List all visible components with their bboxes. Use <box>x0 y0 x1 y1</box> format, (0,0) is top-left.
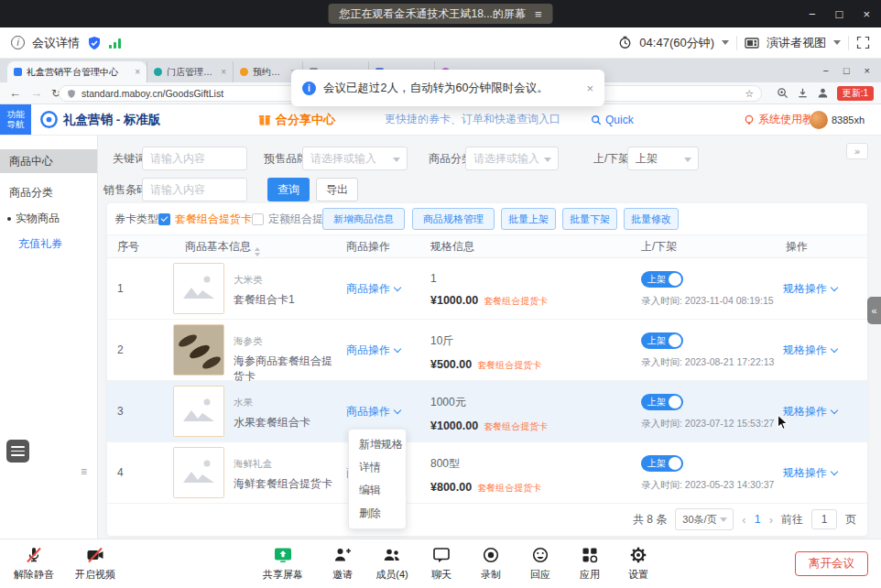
back-icon[interactable]: ← <box>9 86 21 100</box>
meeting-panel-toggle[interactable] <box>6 440 29 463</box>
zoom-icon[interactable] <box>777 87 789 99</box>
watching-banner-text: 您正在观看金禾通技术王斌18...的屏幕 <box>340 6 526 22</box>
record-button[interactable]: 录制 <box>463 546 518 582</box>
current-page[interactable]: 1 <box>755 513 761 526</box>
sidebar-section-goods-center[interactable]: 商品中心 <box>0 149 97 173</box>
view-mode-button[interactable]: 演讲者视图 <box>767 35 826 51</box>
keyword-input[interactable] <box>142 147 247 170</box>
browser-close-icon[interactable]: × <box>865 65 870 76</box>
goto-page-input[interactable] <box>811 509 837 529</box>
members-icon <box>382 546 402 564</box>
share-center-link[interactable]: 合分享中心 <box>258 104 335 135</box>
toggle-knob <box>669 334 681 347</box>
page-size-select[interactable]: 30条/页 <box>675 508 734 530</box>
reactions-button[interactable]: 回应 <box>513 546 568 582</box>
username[interactable]: 8385xh <box>832 104 865 135</box>
spec-op-dropdown[interactable]: 规格操作 <box>783 320 837 381</box>
shelf-select[interactable]: 上架 <box>627 147 699 170</box>
toast-close-icon[interactable]: × <box>586 82 593 95</box>
settings-button[interactable]: 设置 <box>611 546 666 582</box>
shelf-toggle[interactable]: 上架 <box>641 394 683 410</box>
collapse-filters-button[interactable]: » <box>846 143 868 159</box>
timer-dropdown-icon[interactable] <box>722 40 729 49</box>
close-icon[interactable]: × <box>863 7 870 21</box>
product-op-dropdown[interactable]: 商品操作 <box>346 320 400 381</box>
meeting-details-button[interactable]: 会议详情 <box>32 35 80 51</box>
menu-item-edit[interactable]: 编辑 <box>349 479 406 502</box>
sidebar-grip-icon[interactable]: ≡ <box>81 465 87 478</box>
download-icon[interactable] <box>797 87 809 99</box>
members-button[interactable]: 成员(4) <box>364 546 419 582</box>
search-button[interactable]: 查询 <box>267 178 310 201</box>
export-button[interactable]: 导出 <box>316 178 358 201</box>
quick-search-link[interactable]: Quick <box>591 104 634 135</box>
banner-menu-icon[interactable]: ≡ <box>535 7 542 21</box>
tab-close-icon[interactable]: × <box>221 67 226 77</box>
next-page-icon[interactable]: › <box>769 513 773 527</box>
browser-minimize-icon[interactable]: − <box>822 65 828 76</box>
right-collapse-handle[interactable]: « <box>867 297 881 324</box>
tab-close-icon[interactable]: × <box>135 67 140 77</box>
bookmark-star-icon[interactable]: ☆ <box>745 88 754 100</box>
camera-off-icon <box>85 546 105 564</box>
browser-tab[interactable]: 门店管理中心 × <box>147 61 233 82</box>
fullscreen-icon[interactable] <box>856 36 870 49</box>
batch-off-shelf-button[interactable]: 批量下架 <box>562 208 617 230</box>
browser-maximize-icon[interactable]: □ <box>843 65 850 76</box>
combo-card-checkbox[interactable] <box>158 213 170 225</box>
user-avatar[interactable] <box>810 111 828 129</box>
shelf-toggle[interactable]: 上架 <box>641 332 683 349</box>
meeting-timer[interactable]: 04:47(60分钟) <box>639 35 714 51</box>
minimize-icon[interactable]: − <box>809 7 816 21</box>
divider <box>736 36 737 50</box>
add-goods-button[interactable]: 新增商品信息 <box>322 208 405 230</box>
sidebar-item-goods-category[interactable]: 商品分类 <box>0 180 97 205</box>
security-shield-icon[interactable] <box>87 36 102 50</box>
sort-icon[interactable] <box>255 245 260 259</box>
batch-on-shelf-button[interactable]: 批量上架 <box>501 208 556 230</box>
shelf-toggle[interactable]: 上架 <box>641 455 683 472</box>
invite-button[interactable]: 邀请 <box>315 546 370 582</box>
chat-button[interactable]: 聊天 <box>414 546 469 582</box>
menu-item-delete[interactable]: 删除 <box>349 502 406 525</box>
view-dropdown-icon[interactable] <box>833 40 841 49</box>
leave-meeting-button[interactable]: 离开会议 <box>795 551 868 576</box>
sidebar-item-recharge-voucher[interactable]: 充值礼券 <box>0 231 97 256</box>
box-icon <box>258 114 271 126</box>
th-info[interactable]: 商品基本信息 <box>185 235 260 258</box>
toast-text: 会议已超过2人，自动转为60分钟限时会议。 <box>323 81 549 96</box>
function-nav-button[interactable]: 功能 导航 <box>0 104 31 135</box>
spec-manage-button[interactable]: 商品规格管理 <box>412 208 495 230</box>
browser-tab[interactable]: 礼盒营销平台管理中心 × <box>7 61 147 82</box>
batch-edit-button[interactable]: 批量修改 <box>624 208 679 230</box>
share-screen-button[interactable]: 共享屏幕 <box>256 546 310 582</box>
divider <box>848 36 849 50</box>
browser-update-badge[interactable]: 更新:1 <box>837 86 874 101</box>
shelf-toggle[interactable]: 上架 <box>641 271 683 288</box>
apps-button[interactable]: 应用 <box>562 546 617 582</box>
combo-card-checkbox-label[interactable]: 套餐组合提货卡 <box>175 203 252 234</box>
barcode-input[interactable] <box>142 178 247 201</box>
maximize-icon[interactable]: □ <box>836 7 843 21</box>
prev-page-icon[interactable]: ‹ <box>742 513 745 527</box>
menu-item-add-spec[interactable]: 新增规格 <box>349 433 406 456</box>
spec-op-dropdown[interactable]: 规格操作 <box>783 258 837 320</box>
forward-icon[interactable]: → <box>30 86 42 100</box>
sidebar-item-physical-goods[interactable]: 实物商品 <box>0 205 97 231</box>
menu-item-detail[interactable]: 详情 <box>349 456 406 479</box>
brand-select[interactable]: 请选择或输入 <box>302 147 408 170</box>
card-type-tag: 套餐组合提货卡 <box>484 296 548 306</box>
spec-op-dropdown[interactable]: 规格操作 <box>783 381 837 442</box>
unmute-button[interactable]: 解除静音 <box>6 546 61 582</box>
fixed-card-checkbox[interactable] <box>252 213 264 225</box>
category-select[interactable]: 请选择或输入 <box>465 147 559 170</box>
apps-grid-icon <box>580 546 600 564</box>
profile-icon[interactable] <box>817 87 829 99</box>
entry-time: 录入时间: 2023-07-12 15:53:27 <box>641 418 774 430</box>
start-video-button[interactable]: 开启视频 <box>68 546 123 582</box>
spec-op-dropdown[interactable]: 规格操作 <box>783 442 837 504</box>
entry-time: 录入时间: 2023-11-04 08:19:15 <box>641 295 774 308</box>
card-type-tag: 套餐组合提货卡 <box>477 483 541 493</box>
product-op-dropdown[interactable]: 商品操作 <box>346 258 400 320</box>
product-image-placeholder <box>173 263 224 314</box>
